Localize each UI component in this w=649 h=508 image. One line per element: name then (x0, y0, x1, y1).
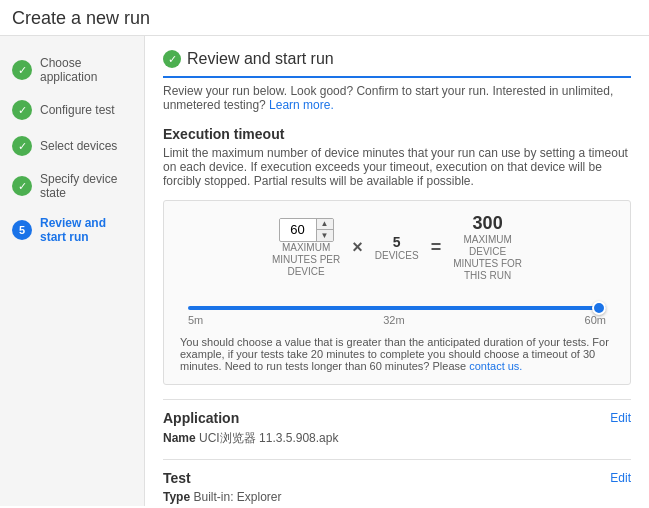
slider-max-label: 60m (585, 314, 606, 326)
main-layout: ✓ Choose application ✓ Configure test ✓ … (0, 36, 649, 506)
application-name-row: Name UCI浏览器 11.3.5.908.apk (163, 430, 631, 447)
test-type-value: Built-in: Explorer (193, 490, 281, 504)
slider-labels: 5m 32m 60m (188, 314, 606, 326)
minutes-input[interactable]: 60 (280, 219, 316, 240)
sidebar-item-configure-test[interactable]: ✓ Configure test (0, 92, 144, 128)
devices-count: 5 DEVICES (375, 234, 419, 262)
sidebar-label-4: Specify device state (40, 172, 132, 200)
test-header: Test Edit (163, 470, 631, 486)
spinner-up[interactable]: ▲ (317, 219, 333, 230)
test-edit-link[interactable]: Edit (610, 471, 631, 485)
review-title: ✓ Review and start run (163, 50, 334, 68)
application-name-label: Name (163, 431, 199, 445)
test-title: Test (163, 470, 191, 486)
application-name-value: UCI浏览器 11.3.5.908.apk (199, 431, 338, 445)
review-description: Review your run below. Look good? Confir… (163, 84, 631, 112)
contact-us-link[interactable]: contact us. (469, 360, 522, 372)
page-wrapper: Create a new run ✓ Choose application ✓ … (0, 0, 649, 506)
step-circle-4: ✓ (12, 176, 32, 196)
slider-mid-label: 32m (383, 314, 404, 326)
application-title: Application (163, 410, 239, 426)
operator-multiply: × (352, 237, 363, 258)
execution-timeout-section: Execution timeout Limit the maximum numb… (163, 126, 631, 385)
sidebar-label-1: Choose application (40, 56, 132, 84)
sidebar-label-3: Select devices (40, 139, 117, 153)
step-circle-3: ✓ (12, 136, 32, 156)
minutes-per-device: 60 ▲ ▼ MAXIMUM MINUTES PER (272, 218, 340, 278)
application-edit-link[interactable]: Edit (610, 411, 631, 425)
sidebar-item-choose-application[interactable]: ✓ Choose application (0, 48, 144, 92)
sidebar: ✓ Choose application ✓ Configure test ✓ … (0, 36, 145, 506)
application-header: Application Edit (163, 410, 631, 426)
content-area: ✓ Review and start run Review your run b… (145, 36, 649, 506)
step-circle-1: ✓ (12, 60, 32, 80)
minutes-label: MAXIMUM MINUTES PER DEVICE (272, 242, 340, 278)
sidebar-label-2: Configure test (40, 103, 115, 117)
slider-min-label: 5m (188, 314, 203, 326)
learn-more-link[interactable]: Learn more. (269, 98, 334, 112)
check-icon: ✓ (163, 50, 181, 68)
timeout-box: 60 ▲ ▼ MAXIMUM MINUTES PER (163, 200, 631, 385)
timeout-slider[interactable] (188, 306, 606, 310)
minutes-spinner[interactable]: 60 ▲ ▼ (272, 218, 340, 242)
timeout-title: Execution timeout (163, 126, 631, 142)
operator-equals: = (431, 237, 442, 258)
application-section: Application Edit Name UCI浏览器 11.3.5.908.… (163, 399, 631, 459)
devices-value: 5 (375, 234, 419, 250)
page-title: Create a new run (12, 8, 637, 29)
test-type-row: Type Built-in: Explorer (163, 490, 631, 504)
review-section-header: ✓ Review and start run (163, 50, 631, 78)
spinner-down[interactable]: ▼ (317, 230, 333, 241)
slider-note: You should choose a value that is greate… (180, 336, 614, 372)
sidebar-item-select-devices[interactable]: ✓ Select devices (0, 128, 144, 164)
result-label: MAXIMUM DEVICE MINUTES FOR THIS RUN (453, 234, 522, 282)
result-value: 300 (453, 213, 522, 234)
spinner-buttons: ▲ ▼ (316, 219, 333, 241)
timeout-slider-container: 5m 32m 60m (188, 298, 606, 326)
step-circle-5: 5 (12, 220, 32, 240)
sidebar-label-5: Review and start run (40, 216, 132, 244)
timeout-description: Limit the maximum number of device minut… (163, 146, 631, 188)
timeout-formula: 60 ▲ ▼ MAXIMUM MINUTES PER (180, 213, 614, 282)
page-header: Create a new run (0, 0, 649, 36)
test-section: Test Edit Type Built-in: Explorer (163, 459, 631, 506)
devices-label: DEVICES (375, 250, 419, 262)
test-type-label: Type (163, 490, 190, 504)
step-circle-2: ✓ (12, 100, 32, 120)
sidebar-item-specify-device-state[interactable]: ✓ Specify device state (0, 164, 144, 208)
sidebar-item-review-start[interactable]: 5 Review and start run (0, 208, 144, 252)
result-total: 300 MAXIMUM DEVICE MINUTES FOR THIS RUN (453, 213, 522, 282)
